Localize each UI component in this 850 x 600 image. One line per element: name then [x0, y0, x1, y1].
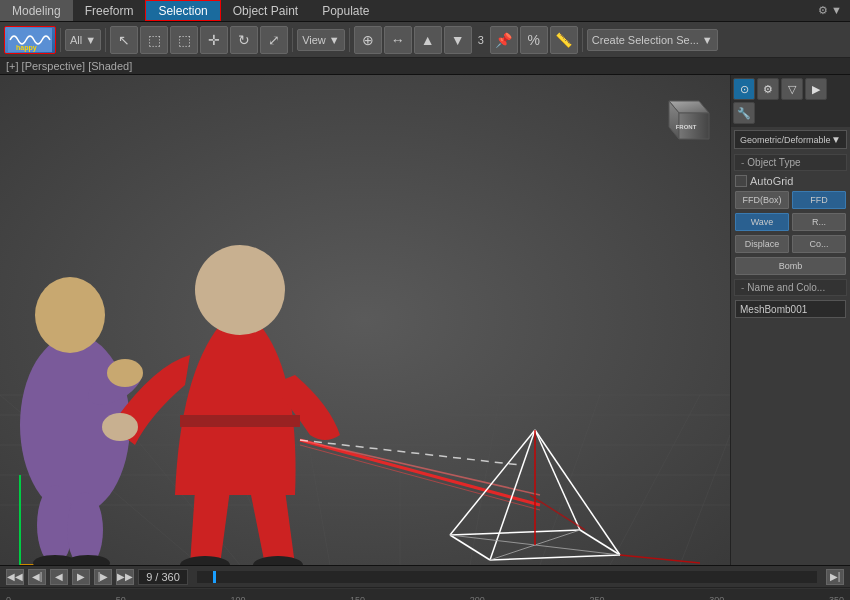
svg-rect-29: [180, 415, 300, 427]
timeline-prev-btn[interactable]: ◀◀: [6, 569, 24, 585]
main-area: FRONT ⊙ ⚙ ▽ ▶ 🔧 Geometric/Deformable ▼ -…: [0, 75, 850, 565]
view-cube[interactable]: FRONT: [654, 91, 714, 151]
toolbar-rect-select-icon[interactable]: ⬚: [140, 26, 168, 54]
menu-selection[interactable]: Selection: [145, 0, 220, 21]
svg-point-20: [35, 277, 105, 353]
panel-ffd-row: FFD(Box) FFD: [731, 189, 850, 211]
timeline-step-fwd-btn[interactable]: |▶: [94, 569, 112, 585]
panel-name-section-collapse[interactable]: -: [741, 282, 744, 293]
toolbar-ruler-icon[interactable]: 📏: [550, 26, 578, 54]
toolbar-wave-icon[interactable]: happy: [4, 26, 56, 54]
bottom-bar: ◀◀ ◀| ◀ ▶ |▶ ▶▶ 9 / 360 ▶| 0 50 100 150 …: [0, 565, 850, 600]
tick-200: 200: [470, 595, 485, 600]
panel-r-btn[interactable]: R...: [792, 213, 846, 231]
toolbar-sep-4: [349, 28, 350, 52]
viewport[interactable]: FRONT: [0, 75, 730, 565]
toolbar-select-icon[interactable]: ↖: [110, 26, 138, 54]
panel-icons: ⊙ ⚙ ▽ ▶ 🔧: [731, 75, 850, 127]
menu-modeling[interactable]: Modeling: [0, 0, 73, 21]
panel-wave-btn[interactable]: Wave: [735, 213, 789, 231]
toolbar-lasso-icon[interactable]: ⬚: [170, 26, 198, 54]
tick-150: 150: [350, 595, 365, 600]
panel-icon-display[interactable]: ⊙: [733, 78, 755, 100]
toolbar-view-dropdown[interactable]: View▼: [297, 29, 345, 51]
panel-bomb-row: Bomb: [731, 255, 850, 277]
panel-ffd-box-btn[interactable]: FFD(Box): [735, 191, 789, 209]
toolbar-percent-icon[interactable]: %: [520, 26, 548, 54]
toolbar-sep-2: [105, 28, 106, 52]
toolbar-cursor-icon[interactable]: ⊕: [354, 26, 382, 54]
toolbar-rotate-icon[interactable]: ↻: [230, 26, 258, 54]
svg-point-28: [102, 413, 138, 441]
svg-text:happy: happy: [16, 44, 37, 52]
svg-text:FRONT: FRONT: [676, 124, 697, 130]
toolbar-sep-1: [60, 28, 61, 52]
panel-autogrid-label: AutoGrid: [750, 175, 793, 187]
tick-350: 350: [829, 595, 844, 600]
toolbar-number: 3: [474, 34, 488, 46]
toolbar-scale-icon[interactable]: ⤢: [260, 26, 288, 54]
toolbar-sep-3: [292, 28, 293, 52]
panel-autogrid-row: AutoGrid: [731, 173, 850, 189]
tick-250: 250: [589, 595, 604, 600]
panel-autogrid-checkbox[interactable]: [735, 175, 747, 187]
tick-300: 300: [709, 595, 724, 600]
tick-bar: 0 50 100 150 200 250 300 350: [0, 588, 850, 600]
menu-populate[interactable]: Populate: [310, 0, 381, 21]
toolbar-pin-icon[interactable]: 📌: [490, 26, 518, 54]
panel-name-color-header: - Name and Colo...: [734, 279, 847, 296]
panel-wave-row: Wave R...: [731, 211, 850, 233]
timeline-step-back-btn[interactable]: ◀|: [28, 569, 46, 585]
timeline-controls: ◀◀ ◀| ◀ ▶ |▶ ▶▶ 9 / 360 ▶|: [0, 566, 850, 588]
toolbar-all-dropdown[interactable]: All▼: [65, 29, 101, 51]
panel-ffd-btn[interactable]: FFD: [792, 191, 846, 209]
timeline-next-btn[interactable]: ▶▶: [116, 569, 134, 585]
svg-point-24: [67, 492, 103, 565]
toolbar-move-icon[interactable]: ↔: [384, 26, 412, 54]
toolbar-create-selection-dropdown[interactable]: Create Selection Se...▼: [587, 29, 718, 51]
panel-displace-row: Displace Co...: [731, 233, 850, 255]
viewport-label: [+] [Perspective] [Shaded]: [6, 60, 132, 72]
timeline-end-btn[interactable]: ▶|: [826, 569, 844, 585]
svg-point-27: [195, 245, 285, 335]
scene-svg: [0, 75, 730, 565]
tick-100: 100: [230, 595, 245, 600]
panel-icon-hierarchy[interactable]: ▽: [781, 78, 803, 100]
svg-point-22: [107, 359, 143, 387]
viewport-header: [+] [Perspective] [Shaded]: [0, 58, 850, 75]
frame-display[interactable]: 9 / 360: [138, 569, 188, 585]
menu-extra[interactable]: ⚙ ▼: [810, 4, 850, 17]
panel-icon-utility[interactable]: 🔧: [733, 102, 755, 124]
panel-dropdown[interactable]: Geometric/Deformable ▼: [734, 130, 847, 149]
panel-name-input[interactable]: [735, 300, 846, 318]
toolbar: happy All▼ ↖ ⬚ ⬚ ✛ ↻ ⤢ View▼ ⊕ ↔ ▲ ▼ 3 📌…: [0, 22, 850, 58]
timeline-play-back-btn[interactable]: ◀: [50, 569, 68, 585]
timeline-play-btn[interactable]: ▶: [72, 569, 90, 585]
panel-icon-modify[interactable]: ⚙: [757, 78, 779, 100]
menu-freeform[interactable]: Freeform: [73, 0, 146, 21]
right-panel: ⊙ ⚙ ▽ ▶ 🔧 Geometric/Deformable ▼ - Objec…: [730, 75, 850, 565]
menu-bar: Modeling Freeform Selection Object Paint…: [0, 0, 850, 22]
toolbar-down-icon[interactable]: ▼: [444, 26, 472, 54]
panel-section-collapse[interactable]: -: [741, 157, 744, 168]
toolbar-up-icon[interactable]: ▲: [414, 26, 442, 54]
tick-50: 50: [116, 595, 126, 600]
panel-icon-motion[interactable]: ▶: [805, 78, 827, 100]
menu-object-paint[interactable]: Object Paint: [221, 0, 310, 21]
panel-displace-btn[interactable]: Displace: [735, 235, 789, 253]
panel-object-type-header: - Object Type: [734, 154, 847, 171]
panel-co-btn[interactable]: Co...: [792, 235, 846, 253]
timeline-track[interactable]: [196, 570, 818, 584]
timeline-position-indicator: [213, 571, 216, 583]
panel-bomb-btn[interactable]: Bomb: [735, 257, 846, 275]
tick-0: 0: [6, 595, 11, 600]
toolbar-transform-icon[interactable]: ✛: [200, 26, 228, 54]
toolbar-sep-5: [582, 28, 583, 52]
